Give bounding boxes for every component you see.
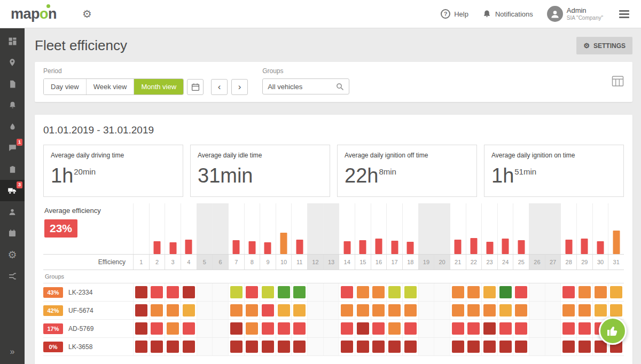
efficiency-square[interactable] (183, 286, 195, 298)
prev-period-button[interactable]: ‹ (211, 79, 228, 95)
vehicle-group-select[interactable]: All vehicles (262, 78, 349, 94)
quick-settings-button[interactable]: ⚙ (82, 7, 92, 20)
efficiency-square[interactable] (341, 286, 353, 298)
efficiency-square[interactable] (135, 286, 147, 298)
efficiency-square[interactable] (246, 341, 258, 353)
efficiency-square[interactable] (230, 322, 243, 335)
efficiency-square[interactable] (357, 304, 369, 316)
efficiency-square[interactable] (404, 322, 417, 335)
efficiency-square[interactable] (167, 304, 179, 316)
view-button-day[interactable]: Day view (44, 79, 87, 94)
efficiency-square[interactable] (483, 341, 496, 353)
efficiency-square[interactable] (151, 341, 163, 353)
settings-button[interactable]: ⚙ SETTINGS (576, 37, 632, 54)
efficiency-square[interactable] (230, 286, 243, 298)
efficiency-square[interactable] (515, 341, 527, 353)
efficiency-square[interactable] (151, 322, 163, 335)
efficiency-square[interactable] (357, 322, 369, 335)
efficiency-square[interactable] (404, 341, 417, 353)
sidebar-item-dashboard[interactable] (0, 30, 25, 52)
efficiency-square[interactable] (483, 286, 496, 298)
efficiency-square[interactable] (278, 341, 290, 353)
efficiency-square[interactable] (262, 341, 274, 353)
efficiency-square[interactable] (404, 304, 417, 316)
efficiency-square[interactable] (483, 322, 496, 335)
help-button[interactable]: ? Help (441, 9, 468, 19)
efficiency-square[interactable] (499, 322, 512, 335)
view-button-month[interactable]: Month view (134, 79, 183, 94)
efficiency-square[interactable] (579, 286, 591, 298)
efficiency-square[interactable] (388, 286, 401, 298)
vehicle-label[interactable]: 17%AD-5769 (43, 320, 133, 337)
efficiency-square[interactable] (595, 304, 607, 316)
efficiency-square[interactable] (499, 304, 512, 316)
efficiency-square[interactable] (151, 304, 163, 316)
main-menu-button[interactable] (617, 8, 631, 20)
sidebar-item-fuel[interactable] (0, 116, 25, 137)
efficiency-square[interactable] (483, 304, 496, 316)
feedback-button[interactable] (599, 317, 627, 345)
efficiency-square[interactable] (452, 322, 464, 335)
sidebar-item-drivers[interactable] (0, 201, 25, 223)
efficiency-square[interactable] (183, 322, 195, 335)
excel-export-button[interactable] (612, 75, 624, 89)
efficiency-square[interactable] (262, 286, 274, 298)
efficiency-square[interactable] (135, 304, 147, 316)
efficiency-square[interactable] (230, 341, 243, 353)
sidebar-item-map[interactable] (0, 52, 25, 73)
efficiency-square[interactable] (610, 286, 622, 298)
notifications-button[interactable]: Notifications (482, 10, 533, 19)
efficiency-square[interactable] (341, 341, 353, 353)
efficiency-square[interactable] (183, 341, 195, 353)
sidebar-item-fleet[interactable]: 3 (0, 180, 25, 201)
efficiency-square[interactable] (246, 322, 258, 335)
efficiency-square[interactable] (515, 286, 527, 298)
efficiency-square[interactable] (167, 286, 179, 298)
efficiency-square[interactable] (467, 341, 480, 353)
efficiency-square[interactable] (135, 341, 147, 353)
efficiency-square[interactable] (515, 304, 527, 316)
efficiency-square[interactable] (278, 286, 290, 298)
efficiency-square[interactable] (151, 286, 163, 298)
sidebar-item-alerts[interactable] (0, 94, 25, 116)
efficiency-square[interactable] (388, 304, 401, 316)
efficiency-square[interactable] (357, 341, 369, 353)
efficiency-square[interactable] (452, 286, 464, 298)
efficiency-square[interactable] (293, 322, 306, 335)
efficiency-square[interactable] (372, 286, 385, 298)
efficiency-square[interactable] (562, 341, 575, 353)
vehicle-label[interactable]: 42%UF-5674 (43, 302, 133, 319)
efficiency-square[interactable] (452, 341, 464, 353)
sidebar-item-reports[interactable] (0, 73, 25, 94)
efficiency-square[interactable] (499, 286, 512, 298)
efficiency-square[interactable] (372, 322, 385, 335)
efficiency-square[interactable] (230, 304, 243, 316)
efficiency-square[interactable] (262, 322, 274, 335)
sidebar-item-messages[interactable]: 1 (0, 137, 25, 159)
efficiency-square[interactable] (262, 304, 274, 316)
efficiency-square[interactable] (278, 304, 290, 316)
efficiency-square[interactable] (372, 341, 385, 353)
efficiency-square[interactable] (167, 341, 179, 353)
efficiency-square[interactable] (579, 322, 591, 335)
sidebar-item-settings[interactable]: ⚙ (0, 244, 25, 265)
efficiency-square[interactable] (499, 341, 512, 353)
user-menu[interactable]: Admin SIA "Company" (547, 6, 603, 22)
efficiency-square[interactable] (372, 304, 385, 316)
sidebar-expand-button[interactable]: » (0, 344, 25, 360)
vehicle-label[interactable]: 43%LK-2334 (43, 283, 133, 301)
efficiency-square[interactable] (293, 304, 306, 316)
view-button-week[interactable]: Week view (87, 79, 135, 94)
sidebar-item-maintenance[interactable] (0, 223, 25, 244)
calendar-button[interactable] (187, 79, 204, 95)
efficiency-square[interactable] (579, 304, 591, 316)
efficiency-square[interactable] (562, 304, 575, 316)
efficiency-square[interactable] (388, 341, 401, 353)
efficiency-square[interactable] (246, 286, 258, 298)
next-period-button[interactable]: › (231, 79, 248, 95)
efficiency-square[interactable] (183, 304, 195, 316)
sidebar-item-tasks[interactable] (0, 159, 25, 180)
efficiency-square[interactable] (452, 304, 464, 316)
sidebar-item-api[interactable] (0, 265, 25, 287)
efficiency-square[interactable] (467, 286, 480, 298)
